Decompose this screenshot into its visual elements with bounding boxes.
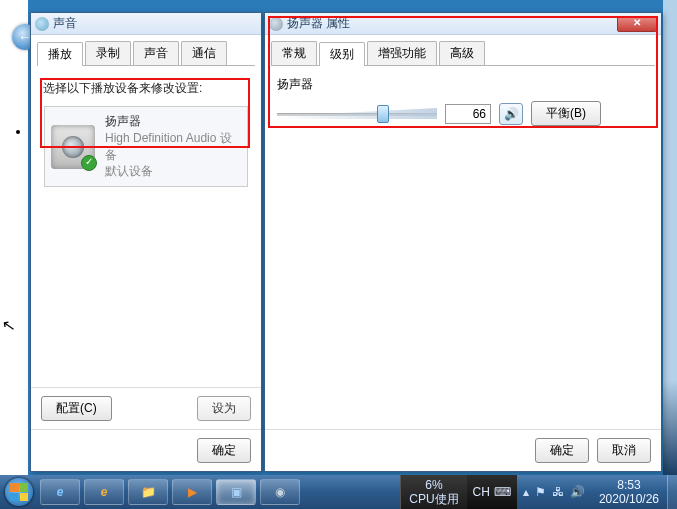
cpu-gadget[interactable]: 6% CPU使用 xyxy=(400,475,466,509)
taskbar-ie-icon-2[interactable]: e xyxy=(84,479,124,505)
media-player-icon: ▶ xyxy=(188,485,197,499)
ie-icon: e xyxy=(101,485,108,499)
tray-network-icon[interactable]: 🖧 xyxy=(552,485,564,499)
sound-dialog: 声音 播放 录制 声音 通信 选择以下播放设备来修改设置: 扬声器 High D… xyxy=(30,12,262,472)
window-stack-icon: ▣ xyxy=(231,485,242,499)
sound-dialog-icon xyxy=(35,17,49,31)
props-dialog-icon xyxy=(269,17,283,31)
start-button[interactable] xyxy=(0,475,38,509)
tab-recording[interactable]: 录制 xyxy=(85,41,131,65)
taskbar-media-player-icon[interactable]: ▶ xyxy=(172,479,212,505)
props-ok-button[interactable]: 确定 xyxy=(535,438,589,463)
sound-dialog-titlebar[interactable]: 声音 xyxy=(31,13,261,35)
sound-dialog-title: 声音 xyxy=(53,15,77,32)
cpu-label: CPU使用 xyxy=(409,492,458,506)
balance-button[interactable]: 平衡(B) xyxy=(531,101,601,126)
system-tray: 6% CPU使用 CH ⌨ ▴ ⚑ 🖧 🔊 8:53 2020/10/26 xyxy=(400,475,677,509)
keyboard-icon: ⌨ xyxy=(494,485,511,499)
speaker-sound-icon: 🔊 xyxy=(504,107,519,121)
ie-icon: e xyxy=(57,485,64,499)
tab-levels[interactable]: 级别 xyxy=(319,42,365,66)
volume-slider[interactable] xyxy=(277,105,437,123)
mute-button[interactable]: 🔊 xyxy=(499,103,523,125)
volume-slider-thumb[interactable] xyxy=(377,105,389,123)
tab-communications[interactable]: 通信 xyxy=(181,41,227,65)
tray-volume-icon[interactable]: 🔊 xyxy=(570,485,585,499)
tab-enhancements[interactable]: 增强功能 xyxy=(367,41,437,65)
clock-date: 2020/10/26 xyxy=(599,492,659,506)
default-check-icon xyxy=(81,155,97,171)
sound-dialog-tabs: 播放 录制 声音 通信 xyxy=(37,41,255,66)
props-dialog-titlebar[interactable]: 扬声器 属性 ✕ xyxy=(265,13,661,35)
taskbar-sound-window[interactable]: ▣ xyxy=(216,479,256,505)
speaker-properties-dialog: 扬声器 属性 ✕ 常规 级别 增强功能 高级 扬声器 🔊 平衡(B) xyxy=(264,12,662,472)
device-subtitle: High Definition Audio 设备 xyxy=(105,130,241,164)
device-list: 扬声器 High Definition Audio 设备 默认设备 xyxy=(43,105,249,188)
props-dialog-tabs: 常规 级别 增强功能 高级 xyxy=(271,41,655,66)
folder-icon: 📁 xyxy=(141,485,156,499)
tab-playback[interactable]: 播放 xyxy=(37,42,83,66)
device-name: 扬声器 xyxy=(105,113,241,130)
decorative-dot xyxy=(16,130,20,134)
windows-logo-icon xyxy=(10,483,28,501)
tab-advanced[interactable]: 高级 xyxy=(439,41,485,65)
taskbar: e e 📁 ▶ ▣ ◉ 6% CPU使用 CH ⌨ ▴ ⚑ 🖧 🔊 8:53 2… xyxy=(0,475,677,509)
taskbar-clock[interactable]: 8:53 2020/10/26 xyxy=(591,478,667,507)
taskbar-volume-mixer-icon[interactable]: ◉ xyxy=(260,479,300,505)
volume-slider-row: 🔊 平衡(B) xyxy=(277,101,649,126)
speaker-device-icon xyxy=(51,125,95,169)
left-white-strip xyxy=(0,0,28,475)
set-default-button[interactable]: 设为 xyxy=(197,396,251,421)
taskbar-explorer-icon[interactable]: 📁 xyxy=(128,479,168,505)
close-button[interactable]: ✕ xyxy=(617,16,657,32)
language-indicator[interactable]: CH ⌨ xyxy=(467,475,517,509)
taskbar-ie-icon[interactable]: e xyxy=(40,479,80,505)
lang-text: CH xyxy=(473,485,490,499)
props-dialog-title: 扬声器 属性 xyxy=(287,15,350,32)
show-desktop-button[interactable] xyxy=(667,475,677,509)
clock-time: 8:53 xyxy=(599,478,659,492)
cpu-percent: 6% xyxy=(409,478,458,492)
tab-general[interactable]: 常规 xyxy=(271,41,317,65)
speaker-circle-icon: ◉ xyxy=(275,485,285,499)
props-cancel-button[interactable]: 取消 xyxy=(597,438,651,463)
tray-chevron-up-icon[interactable]: ▴ xyxy=(523,485,529,499)
right-edge-fade xyxy=(663,0,677,475)
device-item-speakers[interactable]: 扬声器 High Definition Audio 设备 默认设备 xyxy=(44,106,248,187)
tab-sounds[interactable]: 声音 xyxy=(133,41,179,65)
configure-button[interactable]: 配置(C) xyxy=(41,396,112,421)
sound-ok-button[interactable]: 确定 xyxy=(197,438,251,463)
tray-flag-icon[interactable]: ⚑ xyxy=(535,485,546,499)
instruction-text: 选择以下播放设备来修改设置: xyxy=(43,80,249,97)
volume-value-input[interactable] xyxy=(445,104,491,124)
section-label: 扬声器 xyxy=(277,76,649,93)
device-status: 默认设备 xyxy=(105,163,241,180)
